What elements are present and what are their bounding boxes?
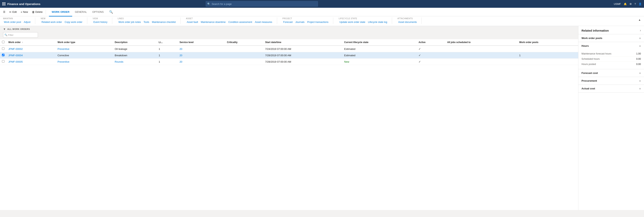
- col-work-order[interactable]: Work order ↑: [6, 39, 56, 46]
- delete-button[interactable]: 🗑 Delete: [30, 9, 44, 15]
- ribbon-item-related-work-order[interactable]: Related work order: [41, 20, 63, 24]
- row-desc: Breakdown: [113, 52, 157, 59]
- new-button[interactable]: + New: [19, 9, 30, 15]
- col-jobs-scheduled[interactable]: All jobs scheduled to: [445, 39, 517, 46]
- select-all-checkbox[interactable]: [0, 39, 6, 46]
- col-description[interactable]: Description: [113, 39, 157, 46]
- panel-section-header-hours[interactable]: Hours∧: [578, 42, 644, 50]
- ribbon-item-forecast[interactable]: Forecast: [282, 20, 294, 24]
- row-pools: [517, 59, 578, 65]
- ribbon-group-lines: LINESWork order job notesToolsMaintenanc…: [117, 18, 180, 24]
- row-checkbox-2[interactable]: [0, 59, 6, 65]
- col-service-level[interactable]: Service level: [178, 39, 225, 46]
- row-sl[interactable]: 20: [178, 52, 225, 59]
- ribbon-item-update-work-order-state[interactable]: Update work order state: [339, 20, 366, 24]
- panel-section-header-procurement[interactable]: Procurement∨: [578, 77, 644, 84]
- ribbon-collapse-button[interactable]: ▲: [638, 18, 642, 24]
- row-id[interactable]: JPMF-00005: [6, 59, 56, 65]
- notifications-icon[interactable]: 🔔: [624, 3, 627, 6]
- ribbon-item-maintenance-checklist[interactable]: Maintenance checklist: [151, 20, 176, 24]
- ribbon-item-project-transactions[interactable]: Project transactions: [306, 20, 329, 24]
- panel-chevron-forecast_cost: ∨: [639, 72, 641, 74]
- row-lifecycle: Estimated: [342, 52, 417, 59]
- ribbon-item-asset-documents[interactable]: Asset documents: [398, 20, 418, 24]
- ribbon-item-maintenance-downtime[interactable]: Maintenance downtime: [200, 20, 226, 24]
- row-jobs: [445, 59, 517, 65]
- ribbon-item-work-order-pool[interactable]: Work order pool: [3, 20, 22, 24]
- row-type[interactable]: Preventive: [56, 59, 113, 65]
- panel-section-header-actual_cost[interactable]: Actual cost∨: [578, 85, 644, 92]
- row-id[interactable]: JPMF-00002: [6, 46, 56, 52]
- settings-icon[interactable]: ⚙: [630, 3, 632, 6]
- toolbar-search-icon[interactable]: 🔍: [108, 9, 114, 15]
- tab-work-order[interactable]: WORK ORDER: [49, 8, 72, 17]
- row-sl[interactable]: 20: [178, 46, 225, 52]
- main-area: ▼ ALL WORK ORDERS 🔍 Work order ↑ Work or…: [0, 26, 644, 210]
- right-panel: Related information › Work order pools∨H…: [578, 26, 644, 210]
- row-jobs: [445, 52, 517, 59]
- row-sl[interactable]: 20: [178, 59, 225, 65]
- ribbon-item-copy-work-order[interactable]: Copy work order: [64, 20, 83, 24]
- ribbon-group-title-3: LINES: [118, 18, 176, 20]
- row-active: ✓: [417, 59, 445, 65]
- top-navigation: Finance and Operations 🔍 USMF 🔔 ⚙ ? 👤: [0, 0, 644, 8]
- col-type[interactable]: Work order type: [56, 39, 113, 46]
- tab-options[interactable]: OPTIONS: [90, 8, 106, 17]
- panel-section-header-forecast_cost[interactable]: Forecast cost∨: [578, 69, 644, 77]
- col-pools[interactable]: Work order pools: [517, 39, 578, 46]
- panel-section-title-forecast_cost: Forecast cost: [582, 72, 598, 74]
- row-lifecycle: New: [342, 59, 417, 65]
- ribbon-item-journals[interactable]: Journals: [294, 20, 305, 24]
- row-desc: Oil leakage: [113, 46, 157, 52]
- panel-value-hours-1: 0.00: [631, 58, 641, 60]
- waffle-menu-icon[interactable]: [2, 2, 6, 6]
- hamburger-button[interactable]: ☰: [2, 9, 7, 15]
- row-crit: [225, 59, 263, 65]
- edit-button[interactable]: ✏ Edit: [8, 9, 18, 15]
- row-active: ✓: [417, 52, 445, 59]
- panel-chevron-procurement: ∨: [639, 79, 641, 82]
- ribbon-item-condition-assessment[interactable]: Condition assessment: [228, 20, 253, 24]
- user-avatar[interactable]: 👤: [638, 3, 642, 6]
- ribbon-group-title-5: PROJECT: [282, 18, 329, 20]
- col-start[interactable]: Start date/time: [263, 39, 342, 46]
- row-type: Corrective: [56, 52, 113, 59]
- col-lifecycle[interactable]: Current lifecycle state: [342, 39, 417, 46]
- col-active[interactable]: Active: [417, 39, 445, 46]
- add-icon: +: [20, 11, 22, 14]
- row-checkbox-0[interactable]: [0, 46, 6, 52]
- panel-chevron-work_order_pools: ∨: [639, 37, 641, 40]
- table-row[interactable]: JPMF-00002PreventiveOil leakage1207/24/2…: [0, 46, 578, 52]
- tab-general[interactable]: GENERAL: [72, 8, 90, 17]
- ribbon-item-asset-fault[interactable]: Asset fault: [186, 20, 199, 24]
- table-row[interactable]: JPMF-00004CorrectiveBreakdown1207/28/201…: [0, 52, 578, 59]
- panel-row-hours-0: Maintenance forecast hours1.00: [582, 51, 641, 56]
- funnel-icon[interactable]: ▼: [3, 28, 6, 31]
- row-checkbox-1[interactable]: [0, 52, 6, 59]
- ribbon-item-work-order-job-notes[interactable]: Work order job notes: [118, 20, 142, 24]
- row-start: 7/28/2019 07:00:00 AM: [263, 59, 342, 65]
- panel-section-header-work_order_pools[interactable]: Work order pools∨: [578, 34, 644, 42]
- ribbon-item-tools[interactable]: Tools: [143, 20, 150, 24]
- col-criticality[interactable]: Criticality: [225, 39, 263, 46]
- panel-sections: Work order pools∨Hours∧Maintenance forec…: [578, 34, 644, 92]
- row-id[interactable]: JPMF-00004: [6, 52, 56, 59]
- ribbon-item-asset-measures[interactable]: Asset measures: [254, 20, 273, 24]
- panel-close-button[interactable]: ›: [640, 29, 641, 32]
- col-li[interactable]: Li...: [157, 39, 178, 46]
- checkbox-all[interactable]: [2, 41, 4, 43]
- help-icon[interactable]: ?: [634, 3, 636, 6]
- ribbon-item-adjust[interactable]: Adjust: [23, 20, 31, 24]
- filter-input[interactable]: [3, 32, 38, 38]
- ribbon-group-title-2: VIEW: [93, 18, 108, 20]
- row-li: 1: [157, 52, 178, 59]
- ribbon-item-lifecycle-state-log[interactable]: Lifecycle state log: [367, 20, 388, 24]
- table-row[interactable]: JPMF-00005PreventiveRounds1207/28/2019 0…: [0, 59, 578, 65]
- row-desc[interactable]: Rounds: [113, 59, 157, 65]
- panel-section-actual_cost: Actual cost∨: [578, 85, 644, 92]
- row-active: ✓: [417, 46, 445, 52]
- row-type[interactable]: Preventive: [56, 46, 113, 52]
- search-input[interactable]: [206, 1, 318, 7]
- panel-section-hours: Hours∧Maintenance forecast hours1.00Sche…: [578, 42, 644, 69]
- ribbon-item-event-history[interactable]: Event history: [93, 20, 108, 24]
